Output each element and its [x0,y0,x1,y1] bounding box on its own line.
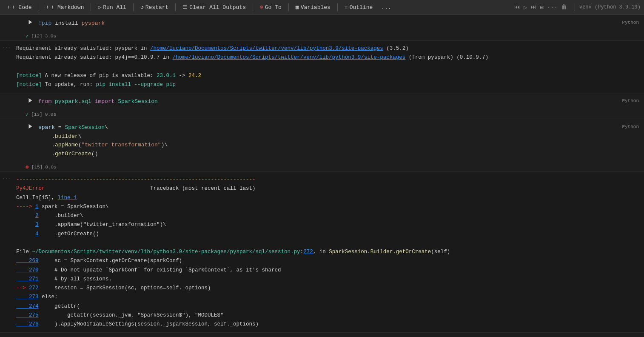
cell-13-exec: ✓ [13] 0.0s [0,111,644,119]
cell-13-gutter [0,97,26,97]
cell-13-wrapper: from pyspark.sql import SparkSession Pyt… [0,93,644,119]
toolbar: + + Code + + Markdown ▷ Run All ↺ Restar… [0,0,644,15]
cell-15-output: ··· ------------------------------------… [0,171,644,332]
cell-15-lang: Python [617,123,644,131]
svg-marker-0 [29,20,32,25]
goto-button[interactable]: ⊗ Go To [256,3,285,12]
cell-15-exec: ⊗ [15] 0.0s [0,163,644,171]
goto-label: Go To [265,4,282,11]
plus-icon: + [7,4,10,11]
add-code-button[interactable]: + + Code [3,3,35,12]
toolbar-separator-7 [337,3,338,11]
cell-12-output-content: Requirement already satisfied: pyspark i… [13,43,644,90]
cell-13-lang: Python [617,97,644,105]
cell-15-input: spark = SparkSession\ .builder\ .appName… [0,119,644,163]
cell-12-input: !pip install pyspark Python [0,15,644,32]
toolbar-separator-2 [91,3,91,11]
add-markdown-label: + Markdown [51,4,84,11]
toolbar-separator-4 [175,3,176,11]
toolbar-separator-1 [39,3,39,11]
plus-icon-2: + [46,4,49,11]
outline-icon: ≡ [345,4,348,11]
cell-15-exec-time: 0.0s [45,165,56,170]
more-label: ... [381,4,391,11]
cell-12-exec-time: 3.0s [45,34,56,39]
notebook: !pip install pyspark Python ✓ [12] 3.0s … [0,15,644,337]
add-markdown-button[interactable]: + + Markdown [43,3,88,12]
cell-15-output-content: ----------------------------------------… [13,174,644,330]
cell-13-exec-time: 0.0s [45,112,56,117]
cell-12-play-icon [27,19,33,25]
cell-12-output: ··· Requirement already satisfied: pyspa… [0,40,644,93]
cell-15-exec-num: [15] [31,165,43,170]
cell-15-output-gutter[interactable]: ··· [0,174,13,181]
cell-12-run-button[interactable] [26,18,35,25]
more-right-icon[interactable]: ··· [547,4,558,11]
restart-button[interactable]: ↺ Restart [137,3,172,12]
toolbar-separator-right [575,3,575,11]
trash-icon[interactable]: 🗑 [561,4,567,11]
run-all-button[interactable]: ▷ Run All [94,3,129,12]
link-pyspark-site-packages[interactable]: /home/luciano/Documentos/Scripts/twitter… [150,46,383,51]
cell-12-wrapper: !pip install pyspark Python ✓ [12] 3.0s … [0,15,644,93]
clear-icon: ☰ [182,4,188,11]
cell-15-play-icon [27,123,33,129]
outline-button[interactable]: ≡ Outline [341,3,376,12]
cell-15-code[interactable]: spark = SparkSession\ .builder\ .appName… [35,123,617,160]
restart-label: Restart [145,4,169,11]
cell-13-code[interactable]: from pyspark.sql import SparkSession [35,97,617,107]
play-forward-icon[interactable]: ⏭ [530,4,536,11]
stop-icon: ⊗ [260,4,263,11]
link-py4j-site-packages[interactable]: /home/luciano/Documentos/Scripts/twitter… [173,54,406,60]
variables-button[interactable]: ▦ Variables [292,3,334,12]
toolbar-separator-5 [253,3,253,11]
cell-12-status-icon: ✓ [26,33,28,40]
cell-13-status-icon: ✓ [26,111,28,118]
toolbar-separator-3 [133,3,134,11]
play-icon[interactable]: ▷ [524,4,527,11]
svg-marker-2 [29,124,32,129]
clear-all-button[interactable]: ☰ Clear All Outputs [179,3,249,12]
variables-label: Variables [301,4,331,11]
toolbar-separator-6 [288,3,289,11]
more-button[interactable]: ... [378,3,394,12]
cell-12-exec: ✓ [12] 3.0s [0,32,644,40]
cell-12-code[interactable]: !pip install pyspark [35,18,617,29]
cell-13-play-icon [27,97,33,103]
run-all-icon: ▷ [98,4,101,11]
cell-15-status-icon: ⊗ [26,164,29,171]
run-all-label: Run All [103,4,126,11]
cell-12-exec-num: [12] [31,34,42,39]
cell-15-gutter [0,123,26,123]
cell-15-wrapper: spark = SparkSession\ .builder\ .appName… [0,119,644,333]
split-icon[interactable]: ⊟ [540,4,543,11]
clear-all-label: Clear All Outputs [189,4,246,11]
outline-label: Outline [350,4,373,11]
variables-icon: ▦ [296,4,299,11]
cell-12-output-gutter[interactable]: ··· [0,43,13,50]
add-code-label: + Code [12,4,32,11]
right-icon-group: ⏮ ▷ ⏭ ⊟ ··· 🗑 [511,4,570,11]
cell-13-exec-num: [13] [31,112,42,117]
env-label: venv (Python 3.9.19) [579,4,641,10]
toolbar-right: ⏮ ▷ ⏭ ⊟ ··· 🗑 venv (Python 3.9.19) [511,3,641,11]
step-back-icon[interactable]: ⏮ [514,4,520,11]
cell-13-run-button[interactable] [26,97,35,103]
cell-12-gutter [0,18,26,19]
cell-13-input: from pyspark.sql import SparkSession Pyt… [0,93,644,111]
cell-15-run-button[interactable] [26,123,35,129]
cell-12-lang: Python [617,18,644,27]
restart-icon: ↺ [140,4,144,11]
svg-marker-1 [29,98,32,103]
